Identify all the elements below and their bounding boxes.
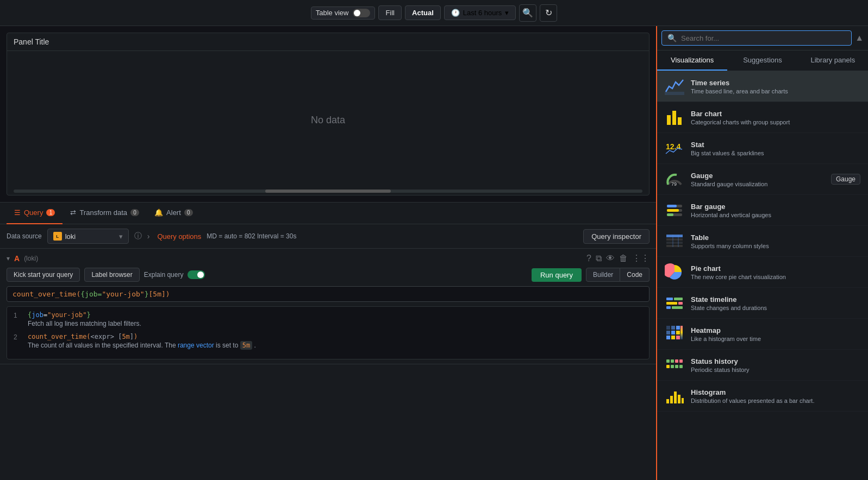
viz-info-heatmap: Heatmap Like a histogram over time	[691, 326, 860, 342]
run-query-button[interactable]: Run query	[532, 268, 582, 282]
viz-item-pie-chart[interactable]: Pie chart The new core pie chart visuali…	[657, 257, 868, 288]
svg-rect-25	[666, 326, 670, 330]
transform-badge: 0	[130, 209, 139, 216]
zoom-button[interactable]: 🔍	[519, 4, 536, 22]
viz-desc-time-series: Time based line, area and bar charts	[691, 88, 860, 94]
hint-num-1: 1	[14, 312, 22, 319]
viz-item-heatmap[interactable]: Heatmap Like a histogram over time	[657, 319, 868, 350]
viz-item-bar-gauge[interactable]: Bar gauge Horizontal and vertical gauges	[657, 195, 868, 226]
viz-info-bar-chart: Bar chart Categorical charts with group …	[691, 110, 860, 125]
svg-rect-14	[666, 242, 683, 244]
viz-name-pie-chart: Pie chart	[691, 264, 860, 273]
toolbar-center: Table view Fill Actual 🕐 Last 6 hours ▾ …	[311, 4, 558, 22]
collapse-button[interactable]: ▾	[7, 255, 10, 262]
tab-transform-label: Transform data	[79, 209, 127, 217]
alert-badge: 0	[184, 209, 193, 216]
query-docs-icon[interactable]: ?	[586, 254, 591, 263]
query-delete-icon[interactable]: 🗑	[619, 254, 628, 263]
viz-tab-visualizations[interactable]: Visualizations	[657, 50, 727, 71]
refresh-icon: ↻	[545, 8, 552, 18]
search-chevron-icon[interactable]: ▲	[855, 33, 864, 43]
datasource-name: loki	[65, 232, 76, 241]
svg-rect-41	[675, 365, 678, 368]
query-letter: A	[14, 254, 20, 263]
kick-start-button[interactable]: Kick start your query	[7, 268, 80, 282]
left-panel: Panel Title No data ☰ Query 1 ⇄ Transfor…	[0, 26, 656, 480]
svg-rect-43	[666, 399, 669, 403]
svg-rect-28	[666, 331, 670, 334]
panel-scrollbar[interactable]	[14, 190, 642, 193]
code-button[interactable]: Code	[620, 268, 650, 282]
main-content: Panel Title No data ☰ Query 1 ⇄ Transfor…	[0, 26, 868, 480]
svg-text:79: 79	[671, 181, 677, 187]
scrollbar-thumb[interactable]	[265, 190, 391, 193]
chevron-down-icon: ▾	[505, 9, 509, 17]
svg-rect-40	[671, 365, 674, 368]
viz-item-stat[interactable]: 12.4 Stat Big stat values & sparklines	[657, 133, 868, 164]
tab-alert[interactable]: 🔔 Alert 0	[147, 203, 201, 224]
viz-info-histogram: Histogram Distribution of values present…	[691, 388, 860, 404]
tab-query-label: Query	[24, 209, 43, 217]
table-view-switch[interactable]	[353, 9, 370, 17]
query-inspector-button[interactable]: Query inspector	[583, 229, 650, 244]
time-range-button[interactable]: 🕐 Last 6 hours ▾	[444, 5, 516, 20]
fill-button[interactable]: Fill	[378, 5, 402, 20]
viz-info-time-series: Time series Time based line, area and ba…	[691, 79, 860, 94]
viz-tab-library-panels[interactable]: Library panels	[798, 50, 868, 71]
actual-button[interactable]: Actual	[405, 5, 441, 20]
tab-query[interactable]: ☰ Query 1	[7, 203, 63, 224]
builder-button[interactable]: Builder	[586, 268, 620, 282]
range-vector-link[interactable]: range vector	[178, 342, 214, 349]
label-browser-button[interactable]: Label browser	[84, 268, 139, 282]
svg-rect-39	[666, 365, 670, 368]
tab-transform[interactable]: ⇄ Transform data 0	[63, 203, 147, 224]
query-drag-icon[interactable]: ⋮⋮	[632, 253, 650, 263]
viz-item-histogram[interactable]: Histogram Distribution of values present…	[657, 381, 868, 412]
query-block-actions: ? ⧉ 👁 🗑 ⋮⋮	[586, 253, 650, 263]
query-input-bar[interactable]: count_over_time({job="your-job"}[5m])	[7, 286, 650, 302]
query-icon: ☰	[14, 209, 21, 217]
datasource-select[interactable]: L loki ▾	[47, 229, 129, 244]
query-copy-icon[interactable]: ⧉	[596, 254, 602, 263]
hint-code-1: {job="your-job"}	[28, 311, 141, 319]
svg-rect-35	[666, 359, 670, 363]
viz-item-bar-chart[interactable]: Bar chart Categorical charts with group …	[657, 102, 868, 133]
viz-item-status-history[interactable]: Status history Periodic status history	[657, 350, 868, 381]
svg-rect-47	[682, 398, 684, 403]
search-input[interactable]	[681, 34, 846, 42]
viz-info-state-timeline: State timeline State changes and duratio…	[691, 295, 860, 311]
svg-rect-9	[667, 209, 679, 212]
svg-rect-24	[672, 306, 683, 309]
search-wrapper: 🔍	[661, 30, 852, 46]
query-options-button[interactable]: Query options	[157, 232, 201, 241]
viz-tab-suggestions[interactable]: Suggestions	[727, 50, 797, 71]
svg-rect-0	[665, 92, 684, 95]
builder-code-group: Builder Code	[586, 268, 650, 282]
viz-item-state-timeline[interactable]: State timeline State changes and duratio…	[657, 288, 868, 319]
viz-item-table[interactable]: Table Supports many column styles	[657, 226, 868, 257]
query-text: count_over_time({job="your-job"}[5m])	[13, 290, 170, 298]
query-editor-area: ▾ A (loki) ? ⧉ 👁 🗑 ⋮⋮ Kick start	[0, 249, 656, 480]
svg-rect-13	[666, 238, 683, 241]
viz-desc-table: Supports many column styles	[691, 243, 860, 249]
options-chevron-icon: ›	[147, 232, 150, 241]
svg-rect-2	[672, 111, 676, 125]
table-view-toggle[interactable]: Table view	[311, 7, 376, 20]
hint-code-2: count_over_time(<expr> [5m])	[28, 333, 256, 340]
refresh-button[interactable]: ↻	[540, 4, 557, 22]
viz-item-time-series[interactable]: Time series Time based line, area and ba…	[657, 71, 868, 102]
query-badge: 1	[46, 209, 55, 216]
heatmap-icon	[665, 324, 684, 344]
viz-item-gauge[interactable]: 79 Gauge Standard gauge visualization Ga…	[657, 164, 868, 195]
viz-info-pie-chart: Pie chart The new core pie chart visuali…	[691, 264, 860, 280]
svg-rect-26	[671, 326, 675, 330]
svg-rect-20	[674, 298, 683, 300]
explain-query-toggle[interactable]	[188, 270, 205, 279]
query-options-label: Query options	[157, 232, 201, 241]
loki-icon: L	[53, 232, 62, 241]
top-toolbar: Table view Fill Actual 🕐 Last 6 hours ▾ …	[0, 0, 868, 26]
query-eye-icon[interactable]: 👁	[606, 254, 615, 263]
pie-chart-icon	[665, 262, 684, 282]
datasource-info-icon[interactable]: ⓘ	[134, 231, 142, 241]
viz-name-time-series: Time series	[691, 79, 860, 87]
